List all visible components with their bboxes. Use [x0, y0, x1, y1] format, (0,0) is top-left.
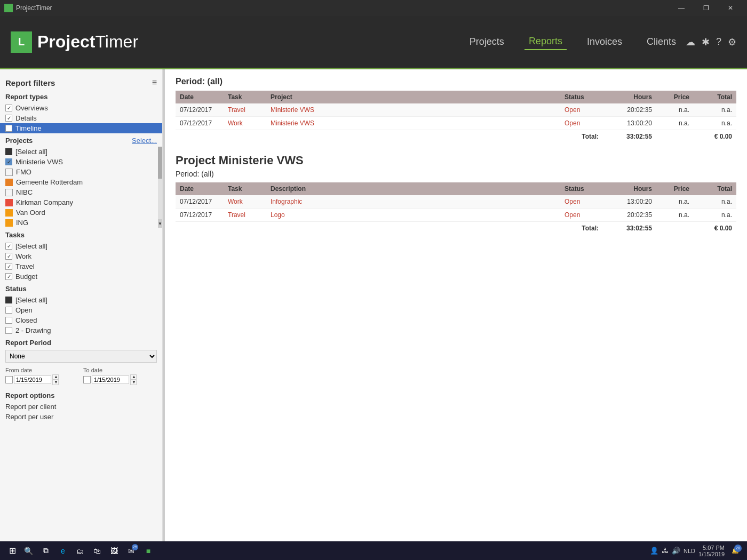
cell-date: 07/12/2017	[176, 103, 224, 117]
details-label: Details	[15, 114, 37, 122]
project-period: Period: (all)	[176, 170, 736, 178]
minimize-button[interactable]: —	[669, 0, 694, 16]
project-ing[interactable]: ING	[0, 218, 162, 228]
task-travel-checkbox[interactable]	[5, 263, 12, 270]
notification-badge: 20	[734, 545, 742, 552]
start-button[interactable]: ⊞	[4, 543, 20, 559]
taskbar-people-icon: 👤	[650, 547, 658, 555]
status-drawing-checkbox[interactable]	[5, 327, 12, 334]
cell-task[interactable]: Travel	[224, 103, 266, 117]
status-closed-label: Closed	[15, 316, 37, 324]
settings-icon[interactable]: ⚙	[728, 36, 736, 48]
status-closed[interactable]: Closed	[0, 315, 162, 325]
overviews-checkbox[interactable]	[5, 105, 12, 111]
report-types-title: Report types	[0, 90, 162, 103]
project-nibc-color	[5, 189, 13, 196]
timeline-checkbox[interactable]	[5, 125, 12, 132]
task-work-checkbox[interactable]	[5, 253, 12, 260]
taskbar-icon-photos[interactable]: 🖼	[107, 543, 122, 558]
status-drawing[interactable]: 2 - Drawing	[0, 325, 162, 335]
report-per-user[interactable]: Report per user	[0, 412, 162, 422]
project-ministerie-vws[interactable]: Ministerie VWS	[0, 157, 162, 167]
task-budget-checkbox[interactable]	[5, 273, 12, 280]
cell-description[interactable]: Infographic	[266, 195, 560, 209]
sidebar-item-overviews[interactable]: Overviews	[0, 103, 162, 113]
search-button[interactable]: 🔍	[20, 544, 36, 557]
sidebar-item-timeline[interactable]: Timeline	[0, 123, 162, 133]
from-date-input[interactable]	[14, 375, 51, 384]
sidebar-item-details[interactable]: Details	[0, 113, 162, 123]
help-icon[interactable]: ?	[716, 36, 721, 47]
notification-center[interactable]: 🔔 20	[728, 543, 743, 558]
project-vws-checkbox[interactable]	[5, 158, 12, 165]
status-open[interactable]: Open	[0, 305, 162, 315]
from-date-stepper[interactable]: ▲ ▼	[52, 374, 59, 385]
status-closed-checkbox[interactable]	[5, 317, 12, 324]
cell-task[interactable]: Work	[224, 195, 266, 209]
cell-task[interactable]: Work	[224, 117, 266, 130]
task-select-all[interactable]: [Select all]	[0, 241, 162, 251]
to-date-input[interactable]	[92, 375, 129, 384]
project-fmo-color	[5, 169, 13, 176]
cell-project[interactable]: Ministerie VWS	[266, 117, 560, 130]
nav-projects[interactable]: Projects	[465, 34, 508, 50]
taskbar-icon-files[interactable]: 🗂	[73, 543, 88, 558]
report-per-client[interactable]: Report per client	[0, 402, 162, 412]
nav-reports[interactable]: Reports	[525, 34, 567, 50]
close-button[interactable]: ✕	[718, 0, 743, 16]
status-open-checkbox[interactable]	[5, 307, 12, 314]
taskbar-icon-1[interactable]: ⧉	[38, 543, 53, 558]
taskbar-icon-projecttimer[interactable]: ■	[141, 543, 156, 558]
cell-total: n.a.	[694, 103, 736, 117]
project-all-checkbox[interactable]	[5, 148, 12, 155]
maximize-button[interactable]: ❐	[694, 0, 718, 16]
taskbar-icon-edge[interactable]: e	[55, 543, 70, 558]
to-date-stepper[interactable]: ▲ ▼	[130, 374, 137, 385]
status-all-checkbox[interactable]	[5, 297, 12, 303]
task-all-checkbox[interactable]	[5, 243, 12, 250]
nav-clients[interactable]: Clients	[642, 34, 680, 50]
taskbar-icon-mail[interactable]: ✉ 25	[124, 543, 139, 558]
status-select-all[interactable]: [Select all]	[0, 295, 162, 305]
cell-hours: 13:00:20	[603, 117, 656, 130]
project-select-all[interactable]: [Select all]	[0, 147, 162, 157]
cloud-icon[interactable]: ☁	[686, 36, 695, 48]
project-nibc[interactable]: NIBC	[0, 187, 162, 197]
total-hours: 33:02:55	[603, 130, 656, 143]
taskbar-icon-store[interactable]: 🛍	[90, 543, 105, 558]
project-gemeente-rotterdam[interactable]: Gemeente Rotterdam	[0, 177, 162, 187]
cell-task[interactable]: Travel	[224, 209, 266, 222]
main-content: Period: (all) Date Task Project Status H…	[165, 69, 747, 541]
projects-scroll-down[interactable]: ▼	[158, 219, 162, 228]
sidebar-menu-button[interactable]: ≡	[152, 78, 157, 87]
project-vanoord-label: Van Oord	[16, 209, 45, 217]
details-checkbox[interactable]	[5, 115, 12, 122]
timeline-label: Timeline	[15, 124, 42, 132]
projects-scrollbar-thumb[interactable]	[158, 147, 162, 179]
projects-scrollbar[interactable]: ▼	[158, 147, 162, 228]
status-all-label: [Select all]	[15, 296, 47, 304]
period-dropdown[interactable]: None	[5, 350, 157, 363]
nav-invoices[interactable]: Invoices	[583, 34, 626, 50]
cell-total: n.a.	[694, 195, 736, 209]
app-logo: L ProjectTimer	[11, 31, 138, 53]
th-price-2: Price	[656, 182, 694, 195]
status-title: Status	[0, 282, 162, 295]
task-travel[interactable]: Travel	[0, 261, 162, 271]
bug-icon[interactable]: ✱	[702, 36, 710, 48]
task-budget-label: Budget	[15, 273, 37, 281]
sidebar-title: Report filters	[5, 78, 55, 87]
project-van-oord[interactable]: Van Oord	[0, 207, 162, 218]
project-vws-label: Ministerie VWS	[15, 158, 63, 166]
table-row: 07/12/2017 Travel Ministerie VWS Open 20…	[176, 103, 736, 117]
project-fmo[interactable]: FMO	[0, 167, 162, 177]
app-logo-icon	[4, 4, 13, 12]
cell-description[interactable]: Logo	[266, 209, 560, 222]
task-budget[interactable]: Budget	[0, 271, 162, 282]
project-gemeente-label: Gemeente Rotterdam	[16, 178, 83, 186]
project-kirkman[interactable]: Kirkman Company	[0, 197, 162, 207]
sidebar: Report filters ≡ Report types Overviews …	[0, 69, 163, 541]
projects-select-link[interactable]: Select...	[132, 137, 157, 145]
cell-project[interactable]: Ministerie VWS	[266, 103, 560, 117]
task-work[interactable]: Work	[0, 251, 162, 261]
